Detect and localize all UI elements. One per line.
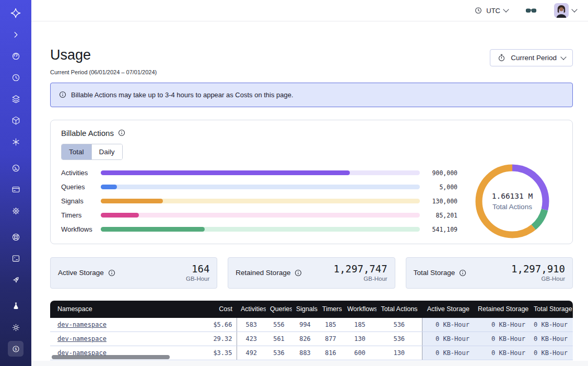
table-row: dev-namespace 29.32 423 561 826 877 130 … [50,331,573,346]
col-header-workflows[interactable]: Workflows [343,301,377,318]
tab-daily[interactable]: Daily [91,144,122,159]
col-header-total-storage[interactable]: Total Storage [530,301,573,318]
bar-row-workflows: Workflows 541,109 [61,226,457,233]
namespace-link[interactable]: dev-namespace [57,335,107,342]
bar-chart: Activities 900,000 Queries 5,000 Signals [61,169,457,233]
title-block: Usage Current Period (06/01/2024 – 07/01… [50,48,157,75]
col-header-timers[interactable]: Timers [318,301,343,318]
sidebar-item-labs[interactable] [8,298,23,314]
sidebar-item-workflows[interactable] [8,112,23,128]
sidebar-item-usage[interactable] [8,160,23,176]
glasses-icon [525,4,537,17]
col-header-namespace[interactable]: Namespace [50,301,155,318]
storage-unit: GB-Hour [186,276,209,282]
billable-view-tabs: Total Daily [61,144,123,160]
asterisk-icon [11,137,21,147]
sidebar-item-expand[interactable] [8,27,23,42]
clock-icon [474,6,483,15]
col-header-signals[interactable]: Signals [292,301,318,318]
billable-chart-area: Activities 900,000 Queries 5,000 Signals [61,163,562,239]
bar-value: 5,000 [423,184,457,191]
info-icon[interactable] [459,269,466,277]
cell-active-storage: 0 KB-Hour [422,346,474,360]
gear-icon [11,206,21,216]
bar-row-signals: Signals 130,000 [61,198,457,204]
billable-actions-card: Billable Actions Total Daily Activities … [50,120,573,244]
sidebar-item-support[interactable] [8,229,23,245]
sidebar-group-top [0,0,31,155]
timezone-label: UTC [486,7,500,15]
sidebar-item-history[interactable] [8,70,23,85]
chevron-down-icon [560,54,566,60]
namespace-link[interactable]: dev-namespace [57,321,107,328]
page-content: Usage Current Period (06/01/2024 – 07/01… [31,21,588,366]
sidebar-item-home[interactable] [8,5,23,21]
bar-fill [101,170,350,175]
lifebuoy-icon [11,232,21,242]
sidebar-item-docs[interactable] [8,250,23,266]
info-banner: Billable Actions may take up to 3-4 hour… [50,83,573,107]
svg-text:$: $ [15,347,17,351]
feedback-glasses-button[interactable] [522,4,540,17]
billable-actions-title-text: Billable Actions [61,129,114,138]
cell-namespace: dev-namespace [50,331,155,346]
sidebar-group-bottom: $ [0,293,31,366]
cell-total-actions: 130 [377,346,422,360]
cell-queries: 536 [266,346,292,360]
bar-label: Signals [61,197,98,205]
sidebar-item-credits[interactable]: $ [8,341,23,357]
sidebar-group-account [0,155,31,224]
sidebar-item-layers[interactable] [8,91,23,107]
bar-label: Queries [61,183,98,191]
horizontal-scrollbar-thumb[interactable] [52,355,170,359]
cell-namespace: dev-namespace [50,318,155,332]
retained-storage-card: Retained Storage 1,297,747 GB-Hour [228,257,395,289]
storage-cards: Active Storage 164 GB-Hour Retained Stor… [50,257,573,289]
col-header-active-storage[interactable]: Active Storage [422,301,474,318]
cell-signals: 994 [292,318,318,332]
bar-value: 900,000 [423,169,457,177]
sun-icon [11,323,21,333]
donut-chart: 1.66131 M Total Actions [474,163,550,239]
info-icon[interactable] [118,129,125,136]
table-row: dev-namespace $5.66 583 556 994 185 185 … [50,318,573,332]
bar-fill [101,185,117,189]
col-header-retained-storage[interactable]: Retained Storage [474,301,530,318]
table-header-row: Namespace Cost Activities Queries Signal… [50,301,573,318]
storage-unit: GB-Hour [334,276,387,282]
timezone-selector[interactable]: UTC [471,6,511,15]
cell-retained-storage: 0 KB-Hour [474,346,530,360]
bar-track [101,185,420,189]
info-icon [59,91,66,98]
col-header-activities[interactable]: Activities [237,301,266,318]
total-storage-card: Total Storage 1,297,910 GB-Hour [406,257,573,289]
sidebar-item-getting-started[interactable] [8,272,23,288]
user-menu[interactable] [551,3,580,18]
layers-icon [11,94,21,104]
chevron-down-icon [503,6,509,12]
col-header-total-actions[interactable]: Total Actions [377,301,422,318]
cube-icon [11,116,21,125]
col-header-queries[interactable]: Queries [266,301,292,318]
cell-active-storage: 0 KB-Hour [422,331,474,346]
namespaces-usage-table: Namespace Cost Activities Queries Signal… [50,301,573,360]
sidebar-item-namespaces[interactable] [8,48,23,64]
col-header-cost[interactable]: Cost [155,301,237,318]
page-subtitle: Current Period (06/01/2024 – 07/01/2024) [50,69,157,75]
info-icon[interactable] [295,269,302,277]
sidebar-item-settings[interactable] [8,203,23,219]
tab-total[interactable]: Total [62,144,91,159]
expand-chevron-icon [11,30,21,40]
bar-row-queries: Queries 5,000 [61,184,457,190]
cell-total-storage: 0 KB-Hour [530,318,573,332]
cell-cost: 29.32 [155,331,237,346]
period-selector-button[interactable]: Current Period [490,49,573,66]
flask-icon [11,301,21,311]
info-icon[interactable] [108,269,115,277]
sidebar-item-theme[interactable] [8,319,23,335]
sidebar-item-nexus[interactable] [8,134,23,150]
sidebar-item-billing[interactable] [8,181,23,197]
bar-row-timers: Timers 85,201 [61,212,457,219]
page-title: Usage [50,48,157,63]
sidebar-group-help [0,224,31,293]
